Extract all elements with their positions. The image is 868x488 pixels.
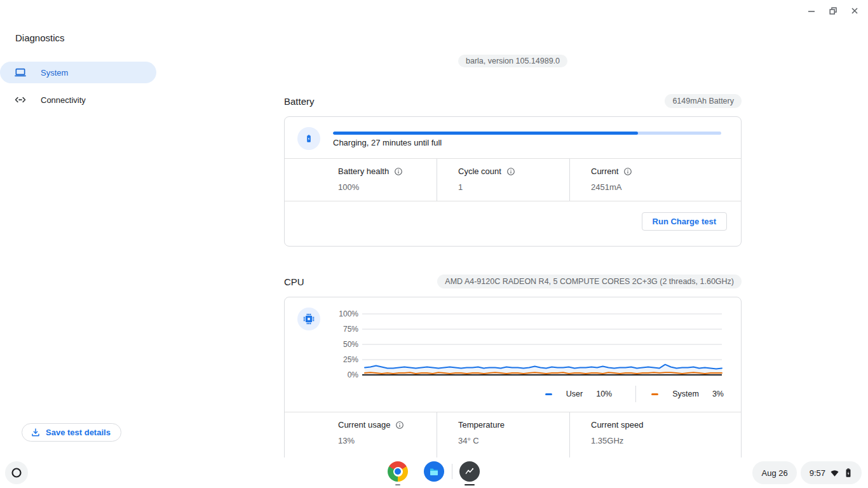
shelf-app-diagnostics[interactable] [459,461,480,482]
diagnostics-active-indicator [465,484,475,485]
chrome-running-indicator [395,484,400,485]
launcher-icon [10,466,23,479]
cpu-chart-legend: User 10% System 3% [545,386,724,402]
sidebar-item-system[interactable]: System [0,62,156,83]
cpu-stats-row: Current usage 13% Temperature 34° C Curr… [285,412,741,459]
info-icon[interactable] [394,167,403,176]
legend-divider [635,386,636,402]
battery-heading: Battery [284,96,315,107]
close-icon [850,6,859,15]
battery-status-text: Charging, 27 minutes until full [333,138,442,147]
system-legend-value: 3% [712,390,724,398]
current-label: Current [591,166,618,176]
battery-health-value: 100% [338,182,437,192]
shelf: Aug 26 9:57 [0,458,868,488]
download-icon [31,428,41,438]
sidebar: System Connectivity [0,62,156,116]
legend-item-user: User 10% [545,390,612,398]
current-usage-label: Current usage [338,420,390,430]
run-charge-test-button[interactable]: Run Charge test [642,212,727,231]
close-button[interactable] [846,3,863,19]
battery-charge-row: Charging, 27 minutes until full [285,117,741,158]
cpu-chip-icon [302,313,315,325]
system-legend-dash [651,393,658,395]
sidebar-item-connectivity[interactable]: Connectivity [0,89,156,111]
clock-label: 9:57 [810,468,825,478]
battery-status-icon [844,468,853,478]
battery-capacity-badge: 6149mAh Battery [665,94,742,108]
cycle-count-label: Cycle count [458,166,501,176]
sidebar-item-label: Connectivity [41,95,86,105]
current-value: 2451mA [591,182,741,192]
battery-stats-row: Battery health 100% Cycle count 1 [285,159,741,201]
system-legend-name: System [672,390,699,398]
cpu-heading: CPU [284,276,304,287]
user-legend-value: 10% [596,390,612,398]
divider [285,201,741,201]
page-title: Diagnostics [15,32,65,43]
shelf-app-chrome[interactable] [388,461,408,482]
system-tray-pill[interactable]: 9:57 [801,461,862,484]
battery-card: Charging, 27 minutes until full Battery … [284,116,742,247]
minimize-icon [807,6,816,15]
calendar-pill[interactable]: Aug 26 [752,461,796,484]
restore-icon [829,6,837,15]
cpu-model-badge: AMD A4-9120C RADEON R4, 5 COMPUTE CORES … [437,274,742,288]
cpu-section-header: CPU AMD A4-9120C RADEON R4, 5 COMPUTE CO… [284,274,742,288]
cpu-usage-chart [361,311,724,377]
cpu-icon-circle [297,308,320,330]
current-stat: Current 2451mA [569,159,741,201]
main-content: barla, version 105.14989.0 Battery 6149m… [284,0,742,488]
status-area: Aug 26 9:57 [752,461,862,484]
minimize-button[interactable] [803,3,820,19]
laptop-icon [14,66,27,79]
battery-icon [302,132,315,145]
save-test-details-label: Save test details [46,428,111,437]
window-controls [803,3,863,19]
user-legend-dash [545,393,552,395]
battery-health-label: Battery health [338,166,389,176]
current-speed-label: Current speed [591,420,643,430]
info-icon[interactable] [623,167,632,176]
current-speed-stat: Current speed 1.35GHz [569,412,741,459]
shelf-app-files[interactable] [424,461,444,482]
info-icon[interactable] [395,421,404,430]
battery-progress-fill [333,132,638,135]
files-icon [424,461,444,482]
diagnostics-icon [459,461,480,482]
launcher-button[interactable] [5,461,28,484]
chrome-icon [388,461,408,482]
current-usage-value: 13% [338,436,437,445]
wifi-icon [830,468,839,478]
yaxis-tick-label: 0% [323,369,358,381]
temperature-value: 34° C [458,436,569,445]
restore-button[interactable] [825,3,841,19]
yaxis-tick-label: 75% [323,323,358,335]
date-label: Aug 26 [761,468,787,478]
save-test-details-button[interactable]: Save test details [22,423,121,442]
yaxis-tick-label: 50% [323,339,358,350]
code-brackets-icon [14,93,27,106]
battery-health-stat: Battery health 100% [285,159,437,201]
shelf-apps [388,461,480,482]
battery-icon-circle [297,127,320,150]
user-legend-name: User [566,390,583,398]
cycle-count-stat: Cycle count 1 [437,159,569,201]
temperature-label: Temperature [458,420,505,430]
temperature-stat: Temperature 34° C [437,412,569,459]
version-badge: barla, version 105.14989.0 [458,55,567,67]
current-speed-value: 1.35GHz [591,436,741,445]
current-usage-stat: Current usage 13% [285,412,437,459]
yaxis-tick-label: 100% [323,308,358,320]
legend-item-system: System 3% [651,390,724,398]
shelf-separator [452,464,452,479]
sidebar-item-label: System [41,68,68,78]
battery-progress-bar [333,132,721,135]
yaxis-tick-label: 25% [323,354,358,365]
battery-section-header: Battery 6149mAh Battery [284,94,742,108]
cycle-count-value: 1 [458,182,569,192]
info-icon[interactable] [506,167,515,176]
